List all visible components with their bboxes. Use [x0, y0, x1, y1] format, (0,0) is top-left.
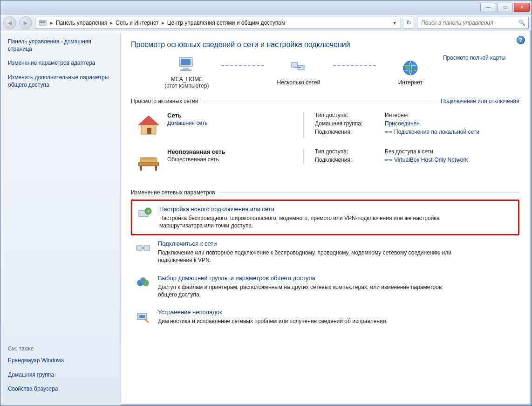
breadcrumb-seg-0[interactable]: Панель управления	[54, 20, 109, 26]
svg-rect-25	[389, 159, 392, 161]
network-icon	[136, 112, 162, 138]
network-detail-link[interactable]: Присоединен	[385, 120, 420, 127]
task-item[interactable]: Выбор домашней группы и параметров общег…	[131, 270, 519, 304]
svg-line-9	[294, 67, 301, 68]
maximize-button[interactable]: ▭	[497, 3, 513, 12]
task-icon	[135, 240, 151, 257]
svg-rect-21	[140, 166, 142, 171]
map-node-internet: Интернет	[378, 59, 443, 86]
network-detail-value: Присоединен	[385, 120, 420, 127]
network-detail-key: Тип доступа:	[315, 112, 385, 118]
breadcrumb-sep: ▸	[109, 20, 114, 26]
network-type: Общественная сеть	[167, 156, 225, 163]
svg-rect-23	[142, 158, 155, 159]
sidebar-link-home[interactable]: Панель управления - домашняя страница	[8, 38, 113, 53]
task-icon	[135, 309, 151, 325]
network-details: Тип доступа:Без доступа к сетиПодключени…	[303, 148, 468, 165]
task-title[interactable]: Устранение неполадок	[158, 309, 388, 316]
breadcrumb-seg-1[interactable]: Сеть и Интернет	[114, 20, 160, 26]
svg-rect-7	[291, 62, 298, 67]
network-detail-value: VirtualBox Host-Only Network	[385, 157, 468, 163]
address-bar: ◄ ► ▸ Панель управления ▸ Сеть и Интерне…	[0, 14, 532, 31]
svg-text:+: +	[146, 208, 150, 214]
breadcrumb-seg-2[interactable]: Центр управления сетями и общим доступом	[165, 20, 287, 26]
svg-marker-15	[138, 116, 159, 125]
maximize-icon: ▭	[503, 5, 507, 10]
refresh-button[interactable]: ↻	[404, 17, 414, 29]
svg-rect-24	[385, 159, 388, 161]
nav-back-button[interactable]: ◄	[3, 16, 16, 29]
search-box[interactable]: 🔍	[417, 17, 529, 29]
task-item[interactable]: + Настройка нового подключения или сети …	[131, 200, 519, 235]
network-details: Тип доступа:ИнтернетДомашняя группа:Прис…	[303, 112, 479, 137]
help-icon: ?	[519, 37, 522, 43]
network-detail-row: Подключения:VirtualBox Host-Only Network	[315, 157, 468, 163]
map-node-internet-label: Интернет	[398, 79, 423, 86]
sidebar-see-also-homegroup[interactable]: Домашняя группа	[8, 371, 113, 378]
sidebar-link-adapter[interactable]: Изменение параметров адаптера	[8, 59, 113, 67]
network-detail-value: Без доступа к сети	[385, 148, 433, 155]
control-panel-icon	[39, 19, 48, 27]
svg-rect-16	[385, 131, 388, 133]
map-node-computer-name: MEA_HOME	[171, 76, 203, 83]
sidebar-see-also-heading: См. также	[8, 345, 113, 352]
search-input[interactable]	[420, 19, 517, 27]
network-detail-key: Тип доступа:	[315, 148, 385, 155]
sidebar-see-also-firewall[interactable]: Брандмауэр Windows	[8, 357, 113, 364]
task-icon	[135, 275, 151, 291]
minimize-button[interactable]: —	[480, 3, 496, 12]
task-title[interactable]: Выбор домашней группы и параметров общег…	[158, 275, 456, 282]
svg-rect-5	[183, 68, 189, 69]
network-detail-value: Интернет	[385, 112, 409, 118]
network-icon	[136, 148, 162, 174]
svg-rect-37	[139, 315, 145, 318]
close-button[interactable]: ✕	[514, 3, 530, 12]
network-detail-key: Подключения:	[315, 157, 385, 163]
task-item[interactable]: Устранение неполадок Диагностика и испра…	[131, 304, 519, 331]
breadcrumb-sep: ▸	[49, 20, 54, 26]
globe-icon	[400, 59, 421, 77]
network-type[interactable]: Домашняя сеть	[167, 120, 207, 126]
network-name: Неопознанная сеть	[167, 148, 225, 155]
network-detail-row: Тип доступа:Интернет	[315, 112, 479, 118]
full-map-link[interactable]: Просмотр полной карты	[443, 55, 505, 61]
svg-point-11	[405, 65, 410, 69]
svg-rect-6	[180, 69, 191, 71]
svg-point-35	[140, 277, 146, 283]
sidebar-see-also-browser[interactable]: Свойства браузера	[8, 385, 113, 392]
svg-rect-31	[144, 246, 150, 250]
active-networks-header: Просмотр активных сетей Подключение или …	[131, 98, 519, 104]
map-node-networks-label: Несколько сетей	[277, 79, 321, 86]
task-title[interactable]: Настройка нового подключения или сети	[159, 206, 457, 213]
map-node-computer-sub: (этот компьютер)	[165, 83, 209, 89]
sidebar-link-sharing[interactable]: Изменить дополнительные параметры общего…	[8, 74, 113, 89]
main-content: ? Просмотр основных сведений о сети и на…	[121, 31, 532, 406]
task-title[interactable]: Подключиться к сети	[158, 240, 456, 247]
svg-rect-2	[43, 21, 45, 23]
task-icon: +	[136, 206, 153, 222]
map-connector	[333, 65, 376, 66]
networks-icon	[288, 59, 309, 77]
settings-label: Изменение сетевых параметров	[131, 189, 215, 196]
map-node-computer-label: MEA_HOME (этот компьютер)	[165, 76, 209, 89]
task-item[interactable]: Подключиться к сети Подключение или повт…	[131, 235, 519, 269]
task-description: Доступ к файлам и принтерам, расположенн…	[158, 283, 456, 298]
network-detail-link[interactable]: Подключение по локальной сети	[385, 129, 479, 135]
breadcrumb[interactable]: ▸ Панель управления ▸ Сеть и Интернет ▸ …	[35, 17, 401, 29]
map-node-computer: MEA_HOME (этот компьютер)	[154, 55, 219, 89]
breadcrumb-dropdown[interactable]: ▾	[390, 20, 399, 26]
map-connector	[221, 65, 264, 66]
network-name: Сеть	[167, 112, 207, 119]
sidebar: Панель управления - домашняя страница Из…	[0, 31, 121, 406]
nav-forward-button[interactable]: ►	[19, 16, 32, 29]
network-block: Неопознанная сеть Общественная сеть Тип …	[131, 145, 519, 181]
page-title: Просмотр основных сведений о сети и наст…	[131, 41, 519, 49]
arrow-left-icon: ◄	[7, 19, 13, 27]
breadcrumb-root-icon[interactable]	[37, 19, 49, 27]
search-icon: 🔍	[518, 20, 525, 26]
network-detail-link[interactable]: VirtualBox Host-Only Network	[385, 157, 468, 163]
network-detail-key: Подключения:	[315, 129, 385, 135]
connect-disconnect-link[interactable]: Подключение или отключение	[441, 98, 519, 104]
svg-rect-30	[136, 246, 142, 250]
help-button[interactable]: ?	[517, 36, 525, 44]
